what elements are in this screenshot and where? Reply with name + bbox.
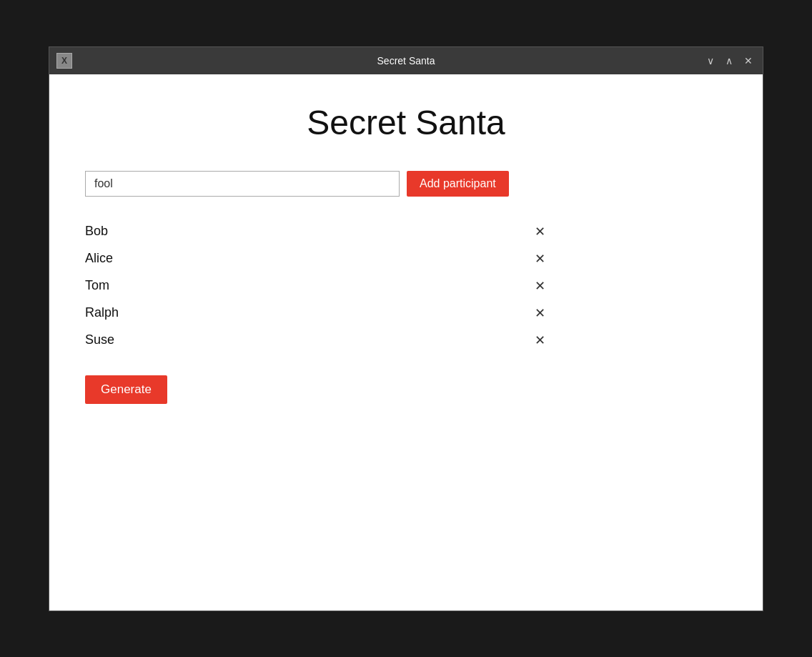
table-row: Tom ✕ — [85, 272, 550, 300]
table-row: Bob ✕ — [85, 218, 550, 245]
participant-name: Suse — [85, 332, 114, 347]
remove-participant-button[interactable]: ✕ — [530, 251, 550, 267]
minimize-button[interactable]: ∨ — [704, 54, 717, 67]
participant-input[interactable] — [85, 171, 400, 197]
app-heading: Secret Santa — [85, 103, 727, 142]
remove-participant-button[interactable]: ✕ — [530, 332, 550, 348]
participant-name: Tom — [85, 278, 109, 293]
add-participant-row: Add participant — [85, 171, 727, 197]
close-button[interactable]: ✕ — [741, 54, 756, 67]
titlebar-controls: ∨ ∧ ✕ — [704, 54, 756, 67]
participants-list: Bob ✕ Alice ✕ Tom ✕ Ralph ✕ Suse ✕ — [85, 218, 550, 354]
remove-participant-button[interactable]: ✕ — [530, 278, 550, 294]
table-row: Suse ✕ — [85, 327, 550, 354]
participant-name: Ralph — [85, 305, 119, 320]
app-window: X Secret Santa ∨ ∧ ✕ Secret Santa Add pa… — [49, 46, 763, 611]
participant-name: Bob — [85, 224, 108, 239]
titlebar-title: Secret Santa — [377, 55, 435, 66]
maximize-button[interactable]: ∧ — [723, 54, 736, 67]
titlebar-left: X — [56, 53, 72, 69]
remove-participant-button[interactable]: ✕ — [530, 224, 550, 239]
add-participant-button[interactable]: Add participant — [407, 171, 509, 197]
table-row: Ralph ✕ — [85, 300, 550, 327]
app-icon: X — [56, 53, 72, 69]
generate-button[interactable]: Generate — [85, 375, 167, 404]
main-content: Secret Santa Add participant Bob ✕ Alice… — [49, 74, 763, 611]
titlebar: X Secret Santa ∨ ∧ ✕ — [49, 47, 763, 74]
table-row: Alice ✕ — [85, 245, 550, 272]
remove-participant-button[interactable]: ✕ — [530, 305, 550, 321]
participant-name: Alice — [85, 251, 113, 266]
